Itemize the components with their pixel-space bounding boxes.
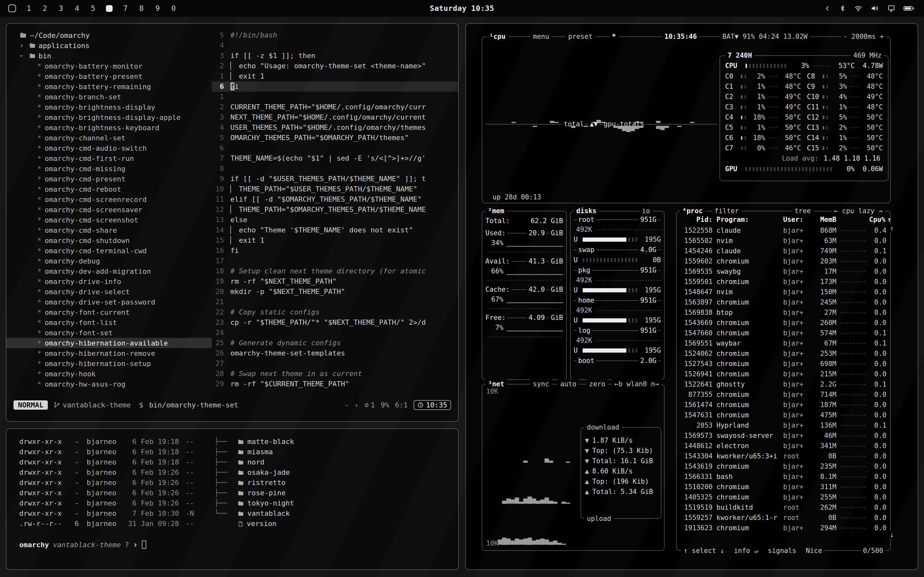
process-footer-action[interactable]: info ↵ xyxy=(734,546,758,556)
tree-item[interactable]: omarchy-cmd-screensaver xyxy=(6,205,212,215)
tree-item[interactable]: omarchy-font-set xyxy=(6,327,212,338)
preset-button[interactable]: preset xyxy=(565,32,595,41)
process-row[interactable]: 1543669 chromium bjar+ 260M 0.0 xyxy=(680,318,887,328)
display-icon[interactable] xyxy=(887,5,895,12)
workspace-button[interactable]: 4 xyxy=(74,4,80,13)
process-row[interactable]: 1522558 claude bjar+ 868M 0.4 xyxy=(680,226,887,235)
tree-item[interactable]: omarchy-battery-monitor xyxy=(6,61,212,71)
refresh-interval-control[interactable]: - 2000ms + xyxy=(841,32,887,41)
tree-item[interactable]: omarchy-brightness-keyboard xyxy=(6,122,212,133)
volume-icon[interactable] xyxy=(871,5,879,12)
process-row[interactable]: 1547631 chromium bjar+ 475M 0.0 xyxy=(680,410,887,420)
bluetooth-icon[interactable] xyxy=(839,5,846,12)
process-row[interactable]: 1563897 chromium bjar+ 245M 0.0 xyxy=(680,297,887,308)
shell-prompt[interactable]: omarchy vantablack-theme ? › xyxy=(19,540,458,550)
net-auto-toggle[interactable]: auto xyxy=(557,379,579,389)
tree-item[interactable]: omarchy-cmd-shutdown xyxy=(6,235,212,245)
tree-item[interactable]: omarchy-cmd-present xyxy=(6,174,212,184)
sort-column-selector[interactable]: ← cpu lazy → xyxy=(831,206,885,216)
tree-item[interactable]: omarchy-drive-select xyxy=(6,287,212,297)
tree-item[interactable]: omarchy-hibernation-setup xyxy=(6,358,212,369)
process-footer-action[interactable]: signals xyxy=(768,546,796,556)
tree-item[interactable]: applications xyxy=(6,40,212,51)
workspace-button[interactable]: 2 xyxy=(42,4,48,13)
process-row[interactable]: 877355 chromium bjar+ 714M 0.0 xyxy=(680,390,887,400)
process-row[interactable]: 1548647 nvim bjar+ 150M 0.0 xyxy=(680,287,887,297)
command-line[interactable] xyxy=(6,412,458,421)
process-row[interactable]: 1566331 bash bjar+ 8.1M 0.0 xyxy=(680,472,887,482)
process-row[interactable]: 1913623 chromium bjar+ 294M 0.0 xyxy=(680,523,887,533)
process-footer-action[interactable]: ↑ select ↓ xyxy=(684,546,724,556)
scroll-down-arrow[interactable]: ↓ xyxy=(889,531,895,539)
process-box-label[interactable]: ⁴proc xyxy=(680,206,705,216)
tree-item[interactable]: omarchy-dev-add-migration xyxy=(6,266,212,276)
tree-item[interactable]: omarchy-drive-set-password xyxy=(6,297,212,307)
workspace-button[interactable]: 9 xyxy=(154,4,161,13)
tree-item[interactable]: omarchy-cmd-share xyxy=(6,225,212,235)
process-row[interactable]: 1524062 chromium bjar+ 253M 0.0 xyxy=(680,348,887,359)
workspace-button[interactable]: 3 xyxy=(58,4,64,13)
tree-item[interactable]: omarchy-cmd-reboot xyxy=(6,184,212,194)
workspace-button[interactable]: 0 xyxy=(170,4,177,13)
tree-item[interactable]: omarchy-cmd-terminal-cwd xyxy=(6,245,212,256)
menu-button[interactable]: menu xyxy=(530,32,552,41)
workspace-button[interactable]: 5 xyxy=(90,4,96,13)
tree-item[interactable]: omarchy-brightness-display xyxy=(6,102,212,112)
net-zero-toggle[interactable]: zero xyxy=(586,379,608,389)
process-row[interactable]: 1405325 chromium bjar+ 255M 0.0 xyxy=(680,492,887,502)
disks-box-label[interactable]: disks xyxy=(573,206,599,216)
process-row[interactable]: 1519519 buildkitd root 262M 0.0 xyxy=(680,502,887,513)
scroll-up-arrow[interactable]: ↑ xyxy=(889,225,895,232)
tree-item[interactable]: omarchy-hibernation-available xyxy=(6,338,212,348)
tree-item[interactable]: omarchy-battery-present xyxy=(6,71,212,81)
tree-item[interactable]: omarchy-hibernation-remove xyxy=(6,348,212,358)
tree-item[interactable]: omarchy-cmd-audio-switch xyxy=(6,143,212,153)
tree-item[interactable]: omarchy-channel-set xyxy=(6,133,212,143)
process-row[interactable]: 1547660 chromium bjar+ 574M 0.1 xyxy=(680,328,887,338)
tree-item[interactable]: omarchy-debug xyxy=(6,256,212,266)
process-row[interactable]: 1448612 electron bjar+ 341M 0.0 xyxy=(680,441,887,451)
code-buffer[interactable]: 5 #!/bin/bash 4 3 if [[ -z $1 ]]; then 2… xyxy=(212,30,458,398)
process-row[interactable]: 1569838 btop bjar+ 27M 0.0 xyxy=(680,308,887,318)
workspace-button[interactable]: 6 xyxy=(106,4,113,13)
net-interface-switcher[interactable]: ←b wlan0 n→ xyxy=(612,379,662,389)
process-row[interactable]: 1565502 nvim bjar+ 63M 0.0 xyxy=(680,235,887,246)
cpu-box-label[interactable]: ¹cpu xyxy=(487,32,508,41)
process-row[interactable]: 1454246 claude bjar+ 749M 0.1 xyxy=(680,246,887,256)
tree-item[interactable]: omarchy-branch-set xyxy=(6,92,212,102)
tray-expand-icon[interactable] xyxy=(824,5,831,12)
process-footer-action[interactable]: Nice xyxy=(806,546,822,556)
process-row[interactable]: 1569573 swayosd-server bjar+ 46M 0.0 xyxy=(680,430,887,441)
process-row[interactable]: 1527543 chromium bjar+ 698M 0.0 xyxy=(680,359,887,369)
process-row[interactable]: 1559602 chromium bjar+ 203M 0.0 xyxy=(680,256,887,266)
workspace-button[interactable]: 8 xyxy=(138,4,145,13)
tree-item[interactable]: omarchy-hw-asus-rog xyxy=(6,379,212,389)
os-logo-icon[interactable] xyxy=(8,5,16,12)
io-mode-label[interactable]: io xyxy=(640,206,653,216)
tree-item[interactable]: bin xyxy=(6,51,212,61)
filter-button[interactable]: filter xyxy=(712,206,741,216)
tree-item[interactable]: omarchy-font-current xyxy=(6,307,212,318)
tree-item[interactable]: omarchy-battery-remaining xyxy=(6,81,212,92)
workspace-button[interactable]: 7 xyxy=(122,4,129,13)
memory-box-label[interactable]: ²mem xyxy=(485,206,507,216)
process-row[interactable]: 1569535 swaybg bjar+ 17M 0.0 xyxy=(680,266,887,277)
process-row[interactable]: 1526941 chromium bjar+ 215M 0.0 xyxy=(680,369,887,379)
tree-item[interactable]: omarchy-brightness-display-apple xyxy=(6,112,212,122)
process-row[interactable]: 1559257 kworker/u65:1-r root 0B 0.0 xyxy=(680,513,887,523)
process-row[interactable]: 1510200 chromium bjar+ 311M 0.0 xyxy=(680,482,887,492)
tree-item[interactable]: omarchy-cmd-screenrecord xyxy=(6,194,212,205)
process-row[interactable]: 2053 Hyprland bjar+ 136M 0.1 xyxy=(680,420,887,430)
tree-item[interactable]: omarchy-hook xyxy=(6,369,212,379)
tree-toggle[interactable]: tree xyxy=(792,206,813,216)
net-sync-toggle[interactable]: sync xyxy=(530,379,552,389)
process-row[interactable]: 1569551 waybar bjar+ 67M 0.1 xyxy=(680,338,887,348)
tree-item[interactable]: omarchy-cmd-first-run xyxy=(6,153,212,163)
workspace-button[interactable]: 1 xyxy=(26,4,32,13)
process-row[interactable]: 1522641 ghostty bjar+ 2.2G 0.1 xyxy=(680,379,887,390)
process-row[interactable]: 1543304 kworker/u65:3+i root 0B 0.0 xyxy=(680,451,887,461)
battery-icon[interactable] xyxy=(903,5,914,11)
tree-item[interactable]: omarchy-cmd-missing xyxy=(6,163,212,174)
tree-item[interactable]: omarchy-cmd-screenshot xyxy=(6,215,212,225)
process-row[interactable]: 1561474 chromium bjar+ 187M 0.0 xyxy=(680,400,887,410)
